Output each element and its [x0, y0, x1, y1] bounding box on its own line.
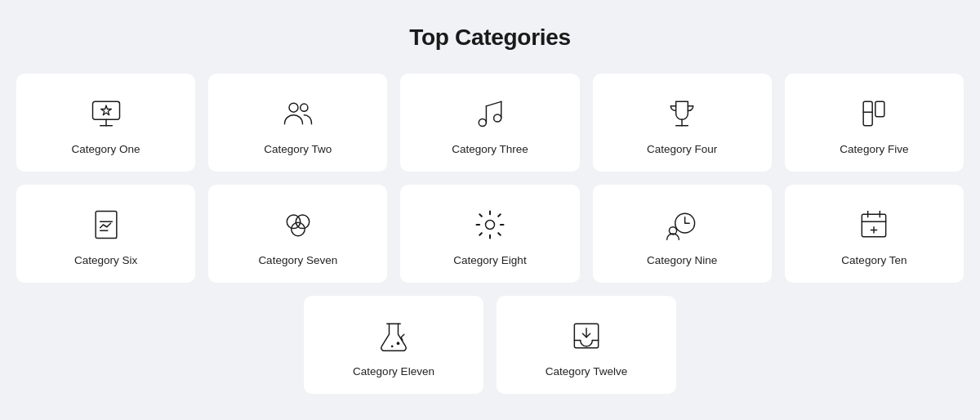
category-label-1: Category One — [72, 143, 140, 155]
categories-row-1: Category One Category Two — [16, 74, 964, 172]
category-label-11: Category Eleven — [353, 365, 434, 378]
science-icon — [376, 318, 412, 354]
category-label-8: Category Eight — [453, 254, 526, 266]
settings-icon — [472, 207, 508, 243]
category-label-10: Category Ten — [841, 254, 906, 266]
categories-row-2: Category Six Category Seven — [16, 185, 964, 283]
svg-line-10 — [486, 101, 501, 105]
svg-point-32 — [397, 342, 400, 345]
inbox-download-icon — [568, 318, 604, 354]
category-card-3[interactable]: Category Three — [400, 74, 579, 172]
category-card-10[interactable]: Category Ten — [785, 185, 964, 283]
category-label-9: Category Nine — [647, 254, 717, 266]
category-label-12: Category Twelve — [546, 365, 627, 378]
category-card-6[interactable]: Category Six — [16, 185, 195, 283]
svg-marker-3 — [100, 105, 111, 114]
categories-row-3: Category Eleven Category Twelve — [16, 296, 964, 394]
category-label-6: Category Six — [74, 254, 137, 266]
svg-rect-14 — [875, 101, 884, 116]
category-label-2: Category Two — [264, 143, 332, 155]
category-card-7[interactable]: Category Seven — [208, 185, 387, 283]
categories-grid: Category One Category Two — [16, 74, 964, 394]
svg-rect-16 — [96, 211, 117, 238]
category-card-1[interactable]: Category One — [16, 74, 195, 172]
category-card-8[interactable]: Category Eight — [400, 185, 579, 283]
category-label-5: Category Five — [840, 143, 908, 155]
trophy-icon — [664, 96, 700, 132]
category-card-4[interactable]: Category Four — [593, 74, 772, 172]
category-label-3: Category Three — [452, 143, 528, 155]
svg-rect-13 — [864, 101, 873, 125]
category-label-4: Category Four — [647, 143, 717, 155]
svg-rect-0 — [92, 101, 119, 119]
video-people-icon — [280, 96, 316, 132]
monitor-star-icon — [88, 96, 124, 132]
music-icon — [472, 96, 508, 132]
svg-point-33 — [391, 345, 394, 347]
category-card-2[interactable]: Category Two — [208, 74, 387, 172]
design-tools-icon — [856, 96, 892, 132]
category-card-5[interactable]: Category Five — [785, 74, 964, 172]
category-card-9[interactable]: Category Nine — [593, 185, 772, 283]
svg-point-7 — [494, 114, 501, 121]
chart-doc-icon — [88, 207, 124, 243]
category-card-11[interactable]: Category Eleven — [304, 296, 483, 394]
category-card-12[interactable]: Category Twelve — [497, 296, 676, 394]
svg-point-6 — [479, 118, 486, 126]
circles-icon — [280, 207, 316, 243]
svg-point-22 — [485, 220, 494, 229]
svg-point-5 — [301, 104, 308, 111]
category-label-7: Category Seven — [258, 254, 337, 266]
calendar-plus-icon — [856, 207, 892, 243]
page-title: Top Categories — [409, 25, 571, 51]
svg-point-21 — [292, 222, 305, 236]
svg-point-20 — [296, 215, 310, 229]
clock-person-icon — [664, 207, 700, 243]
svg-point-4 — [289, 103, 298, 112]
